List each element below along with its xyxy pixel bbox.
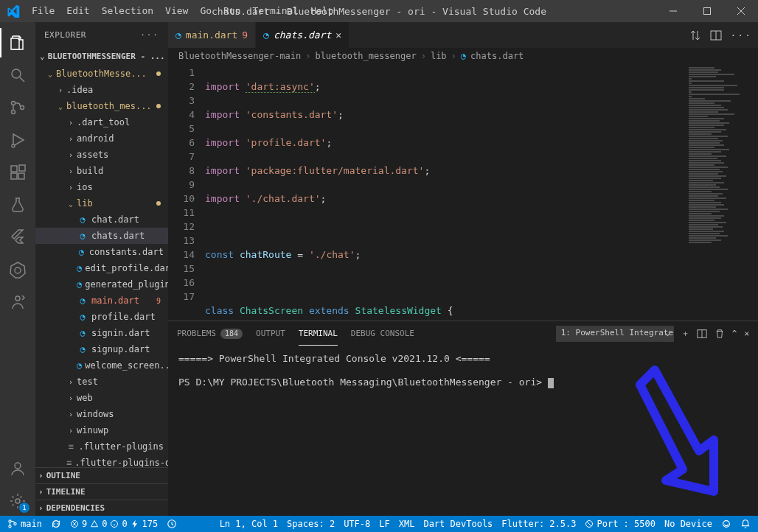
minimize-button[interactable] [656,0,690,22]
status-errors-warnings[interactable]: 9 0 0 175 [66,516,162,532]
dart-file-icon: ◔ [77,263,82,273]
panel-tab-debug-console[interactable]: DEBUG CONSOLE [351,321,414,346]
tab-main-dart[interactable]: ◔ main.dart 9 [168,22,256,48]
split-terminal-icon[interactable] [697,329,707,339]
more-actions-icon[interactable]: ··· [731,29,752,41]
status-bell-icon[interactable] [736,516,755,532]
status-feedback-icon[interactable] [717,516,736,532]
tree-file-edit-profile[interactable]: ◔edit_profile.dart [35,260,168,276]
tree-file-gen-plugin[interactable]: ◔generated_plugin... [35,276,168,293]
panel-tab-terminal[interactable]: TERMINAL [299,321,338,346]
panel-tab-output[interactable]: OUTPUT [256,321,285,346]
file-icon: ≡ [66,458,72,467]
breadcrumb-item[interactable]: chats.dart [470,51,524,61]
panel-tab-problems[interactable]: PROBLEMS184 [177,321,243,346]
breadcrumbs[interactable]: BluetoothMessenger-main› bluetooth_messe… [168,48,758,64]
settings-activity-icon[interactable]: 1 [0,486,35,516]
menu-selection[interactable]: Selection [96,0,159,22]
flutter-activity-icon[interactable] [0,223,35,252]
extensions-activity-icon[interactable] [0,158,35,187]
tree-file-welcome[interactable]: ◔welcome_screen.... [35,357,168,374]
search-activity-icon[interactable] [0,60,35,90]
tree-file-flutter-plugins-de[interactable]: ≡.flutter-plugins-de... [35,455,168,467]
explorer-activity-icon[interactable] [0,28,35,57]
menu-view[interactable]: View [159,0,194,22]
sidebar-more-icon[interactable]: ··· [140,30,159,40]
minimap[interactable] [684,64,758,321]
menu-go[interactable]: Go [194,0,218,22]
breadcrumb-item[interactable]: bluetooth_messenger [315,51,416,61]
source-control-activity-icon[interactable] [0,93,35,122]
tree-folder-lib[interactable]: ⌄lib [35,195,168,211]
tree-folder-idea[interactable]: ›.idea [35,82,168,98]
tree-file-chats[interactable]: ◔chats.dart [35,228,168,244]
vscode-logo-icon [0,4,26,18]
dependencies-section[interactable]: ›DEPENDENCIES [35,500,168,516]
tree-folder-bluetooth-mes[interactable]: ⌄bluetooth_mes... [35,98,168,114]
run-debug-activity-icon[interactable] [0,125,35,155]
dart-file-icon: ◔ [77,214,88,225]
menu-help[interactable]: Help [305,0,339,22]
tree-folder-test[interactable]: ›test [35,374,168,390]
status-live-share-icon[interactable] [162,516,181,532]
terminal-body[interactable]: =====> PowerShell Integrated Console v20… [168,346,758,516]
tree-file-constants[interactable]: ◔constants.dart [35,244,168,260]
status-flutter[interactable]: Flutter: 2.5.3 [497,516,580,532]
tree-file-profile[interactable]: ◔profile.dart [35,309,168,325]
tree-folder-android[interactable]: ›android [35,130,168,147]
tree-file-signin[interactable]: ◔signin.dart [35,325,168,341]
menubar: File Edit Selection View Go Run Terminal… [26,0,339,22]
close-tab-icon[interactable]: ✕ [335,29,341,41]
status-eol[interactable]: LF [375,516,394,532]
status-no-device[interactable]: No Device [660,516,717,532]
chevron-down-icon: ⌄ [665,328,670,337]
tree-file-signup[interactable]: ◔signup.dart [35,341,168,357]
maximize-button[interactable] [690,0,724,22]
kill-terminal-icon[interactable] [714,329,725,339]
svg-point-18 [15,463,21,469]
tree-folder-web[interactable]: ›web [35,390,168,406]
terminal-select[interactable]: 1: PowerShell Integrated ⌄ [556,326,674,342]
status-spaces[interactable]: Spaces: 2 [282,516,339,532]
status-sync-icon[interactable] [46,516,66,532]
timeline-section[interactable]: ›TIMELINE [35,483,168,500]
remote-activity-icon[interactable] [0,287,35,317]
split-editor-icon[interactable] [710,29,722,41]
project-title-row[interactable]: ⌄ BLUETOOTHMESSENGER - ... [35,48,168,64]
status-branch[interactable]: main [3,516,46,532]
code-content[interactable]: import 'dart:async'; import 'constants.d… [205,64,684,321]
account-activity-icon[interactable] [0,454,35,483]
close-button[interactable] [724,0,758,22]
tree-folder-windows[interactable]: ›windows [35,406,168,422]
menu-file[interactable]: File [26,0,60,22]
code-editor[interactable]: 1234567891011121314151617 import 'dart:a… [168,64,758,321]
breadcrumb-item[interactable]: lib [431,51,447,61]
menu-edit[interactable]: Edit [60,0,95,22]
new-terminal-icon[interactable]: ＋ [681,328,689,339]
close-panel-icon[interactable]: ✕ [744,329,749,338]
testing-activity-icon[interactable] [0,190,35,220]
status-lncol[interactable]: Ln 1, Col 1 [215,516,282,532]
tree-folder-build[interactable]: ›build [35,163,168,179]
tree-file-main[interactable]: ◔main.dart9 [35,293,168,309]
outline-section[interactable]: ›OUTLINE [35,467,168,483]
tree-folder-root[interactable]: ⌄BluetoothMesse... [35,66,168,82]
maximize-panel-icon[interactable]: ^ [732,329,737,338]
tree-folder-assets[interactable]: ›assets [35,147,168,163]
tree-folder-winuwp[interactable]: ›winuwp [35,422,168,438]
svg-rect-13 [18,173,24,179]
tree-folder-ios[interactable]: ›ios [35,179,168,195]
menu-run[interactable]: Run [218,0,246,22]
status-encoding[interactable]: UTF-8 [339,516,375,532]
kubernetes-activity-icon[interactable] [0,255,35,284]
compare-changes-icon[interactable] [689,29,701,41]
status-lang[interactable]: XML [394,516,420,532]
tree-file-flutter-plugins[interactable]: ≡.flutter-plugins [35,438,168,455]
tree-folder-dart-tool[interactable]: ›.dart_tool [35,114,168,130]
tab-chats-dart[interactable]: ◔ chats.dart ✕ [256,22,350,48]
status-dart-devtools[interactable]: Dart DevTools [419,516,497,532]
menu-terminal[interactable]: Terminal [247,0,305,22]
status-port[interactable]: Port : 5500 [580,516,659,532]
breadcrumb-item[interactable]: BluetoothMessenger-main [178,51,301,61]
tree-file-chat[interactable]: ◔chat.dart [35,211,168,228]
